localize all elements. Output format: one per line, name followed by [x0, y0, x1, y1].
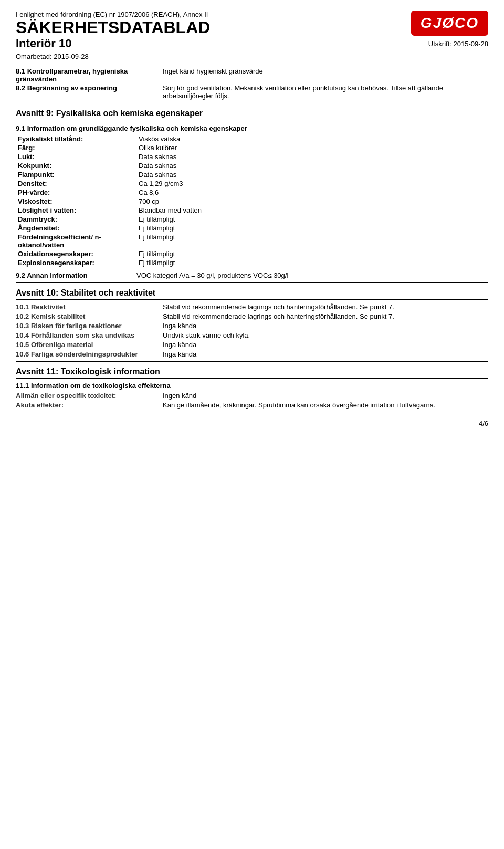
section9-subheading: 9.1 Information om grundläggande fysikal…	[16, 124, 488, 132]
main-title: SÄKERHETSDATABLAD	[16, 18, 210, 37]
properties-table: Fysikaliskt tillstånd:Viskös vätskaFärg:…	[16, 134, 488, 267]
property-row: Lukt:Data saknas	[16, 152, 488, 161]
property-row: Oxidationsegenskaper:Ej tillämpligt	[16, 249, 488, 258]
property-row: Viskositet:700 cp	[16, 197, 488, 206]
section11-item: Allmän eller ospecifik toxicitet:Ingen k…	[16, 392, 488, 400]
annan-label: 9.2 Annan information	[16, 271, 136, 279]
section10-item-label: 10.2 Kemisk stabilitet	[16, 312, 158, 320]
section10-item-value: Inga kända	[163, 322, 488, 330]
property-row: Explosionsegenskaper:Ej tillämpligt	[16, 258, 488, 267]
property-row: Färg:Olika kulörer	[16, 143, 488, 152]
section11-item-value: Kan ge illamående, kräkningar. Sprutdimm…	[163, 401, 488, 409]
property-row: PH-värde:Ca 8,6	[16, 188, 488, 197]
property-row: Kokpunkt:Data saknas	[16, 161, 488, 170]
section10-item: 10.3 Risken för farliga reaktionerInga k…	[16, 322, 488, 330]
property-row: Dammtryck:Ej tillämpligt	[16, 215, 488, 224]
section10-item-value: Stabil vid rekommenderade lagrings och h…	[163, 312, 488, 320]
s8-item1-label: 8.1 Kontrollparametrar, hygieniska gräns…	[16, 67, 158, 83]
s8-item1-value: Inget känd hygieniskt gränsvärde	[163, 67, 488, 83]
regulation-text: I enlighet med förordning (EC) nr 1907/2…	[16, 11, 210, 18]
property-row: Densitet:Ca 1,29 g/cm3	[16, 179, 488, 188]
product-title: Interiör 10	[16, 37, 210, 50]
section10-item: 10.5 Oförenliga materialInga kända	[16, 341, 488, 349]
section9-heading: Avsnitt 9: Fysikaliska och kemiska egens…	[16, 109, 488, 120]
section10-item-value: Undvik stark värme och kyla.	[163, 331, 488, 339]
section10-item-value: Stabil vid rekommenderade lagrings och h…	[163, 303, 488, 311]
section10-item: 10.4 Förhållanden som ska undvikasUndvik…	[16, 331, 488, 339]
section10-items: 10.1 ReaktivitetStabil vid rekommenderad…	[16, 303, 488, 358]
section11-item: Akuta effekter:Kan ge illamående, kräkni…	[16, 401, 488, 409]
section11-item-value: Ingen känd	[163, 392, 488, 400]
section10-item-label: 10.5 Oförenliga material	[16, 341, 158, 349]
section10-item-label: 10.1 Reaktivitet	[16, 303, 158, 311]
section10-item-label: 10.4 Förhållanden som ska undvikas	[16, 331, 158, 339]
section10-item-value: Inga kända	[163, 350, 488, 358]
section8-content: 8.1 Kontrollparametrar, hygieniska gräns…	[16, 67, 488, 100]
logo: GJØCO	[411, 11, 488, 36]
property-row: Löslighet i vatten:Blandbar med vatten	[16, 206, 488, 215]
section11-subheading: 11.1 Information om de toxikologiska eff…	[16, 382, 488, 390]
header: I enlighet med förordning (EC) nr 1907/2…	[16, 11, 488, 60]
section10-item-label: 10.6 Farliga sönderdelningsprodukter	[16, 350, 158, 358]
s8-item2-label: 8.2 Begränsning av exponering	[16, 84, 158, 100]
page-number: 4/6	[16, 420, 488, 427]
section11-heading: Avsnitt 11: Toxikologisk information	[16, 367, 488, 379]
section10-item: 10.2 Kemisk stabilitetStabil vid rekomme…	[16, 312, 488, 320]
property-row: Ångdensitet:Ej tillämpligt	[16, 224, 488, 233]
section11-item-label: Allmän eller ospecifik toxicitet:	[16, 392, 158, 400]
property-row: Fysikaliskt tillstånd:Viskös vätska	[16, 134, 488, 143]
omarbetad-line: Omarbetad: 2015-09-28	[16, 53, 89, 60]
property-row: Flampunkt:Data saknas	[16, 170, 488, 179]
section10-item: 10.6 Farliga sönderdelningsprodukterInga…	[16, 350, 488, 358]
section11-item-label: Akuta effekter:	[16, 401, 158, 409]
section10-heading: Avsnitt 10: Stabilitet och reaktivitet	[16, 288, 488, 300]
section10-item-label: 10.3 Risken för farliga reaktioner	[16, 322, 158, 330]
section9: Avsnitt 9: Fysikaliska och kemiska egens…	[16, 109, 488, 279]
section11: Avsnitt 11: Toxikologisk information 11.…	[16, 367, 488, 409]
section10-item: 10.1 ReaktivitetStabil vid rekommenderad…	[16, 303, 488, 311]
section11-items: Allmän eller ospecifik toxicitet:Ingen k…	[16, 392, 488, 409]
s8-item2-value: Sörj för god ventilation. Mekanisk venti…	[163, 84, 488, 100]
annan-value: VOC kategori A/a = 30 g/l, produktens VO…	[136, 271, 488, 279]
annan-information-row: 9.2 Annan information VOC kategori A/a =…	[16, 271, 488, 279]
section10: Avsnitt 10: Stabilitet och reaktivitet 1…	[16, 288, 488, 358]
section10-item-value: Inga kända	[163, 341, 488, 349]
utskrift-line: Utskrift: 2015-09-28	[428, 40, 488, 48]
property-row: Fördelningskoefficient/ n-oktanol/vatten…	[16, 233, 488, 249]
